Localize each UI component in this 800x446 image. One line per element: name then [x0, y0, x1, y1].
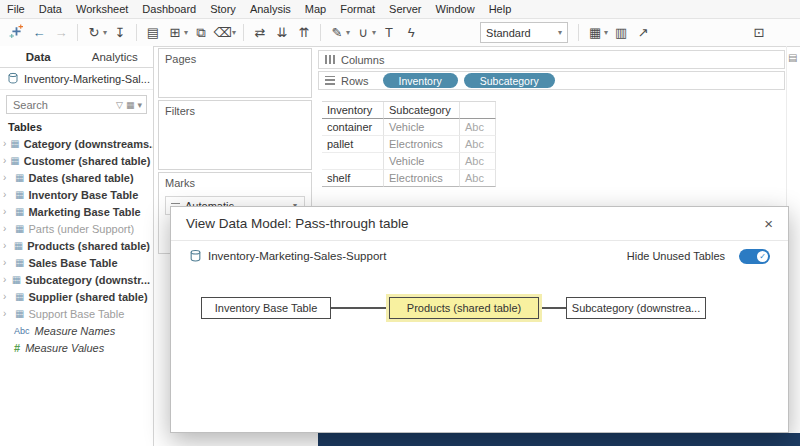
table-item-category[interactable]: ›▦Category (downstreams...	[0, 135, 153, 152]
highlight-caret-icon[interactable]: ▾	[346, 28, 350, 37]
save-icon[interactable]: ↧	[109, 25, 131, 40]
search-input[interactable]	[11, 98, 113, 112]
columns-shelf[interactable]: Columns	[318, 50, 785, 69]
table-icon: ▦	[10, 138, 19, 149]
field-measure-names[interactable]: AbcMeasure Names	[0, 322, 153, 339]
highlight-icon[interactable]: ✎	[326, 25, 348, 40]
share-icon[interactable]: ↗	[632, 25, 654, 40]
number-type-icon: #	[14, 342, 20, 354]
bottom-status-bar	[318, 433, 800, 446]
dialog-datasource-name: Inventory-Marketing-Sales-Support	[208, 250, 386, 262]
table-item-subcategory[interactable]: ›▦Subcategory (downstr...	[0, 271, 153, 288]
menu-help[interactable]: Help	[482, 3, 519, 15]
swap-axes-icon[interactable]: ⇄	[249, 25, 271, 40]
dialog-subheader: Inventory-Marketing-Sales-Support Hide U…	[171, 241, 788, 271]
pill-inventory[interactable]: Inventory	[383, 73, 458, 88]
view-caret-icon[interactable]: ▾	[137, 100, 142, 110]
field-label: Measure Names	[35, 325, 116, 337]
new-worksheet-icon[interactable]: ⊞	[164, 25, 186, 40]
table-item-customer[interactable]: ›▦Customer (shared table)	[0, 152, 153, 169]
table-item-parts[interactable]: ›▦Parts (under Support)	[0, 220, 153, 237]
table-icon: ▦	[10, 155, 19, 166]
table-item-dates[interactable]: ›▦Dates (shared table)	[0, 169, 153, 186]
menu-window[interactable]: Window	[429, 3, 482, 15]
chevron-right-icon[interactable]: ›	[3, 257, 11, 268]
table-item-inventory-base[interactable]: ›▦Inventory Base Table	[0, 186, 153, 203]
chevron-right-icon[interactable]: ›	[3, 240, 10, 251]
new-worksheet-caret-icon[interactable]: ▾	[184, 28, 188, 37]
node-inventory-base-table[interactable]: Inventory Base Table	[201, 297, 331, 319]
back-icon[interactable]: ←	[28, 25, 50, 40]
replay-caret-icon[interactable]: ▾	[103, 28, 107, 37]
table-item-marketing-base[interactable]: ›▦Marketing Base Table	[0, 203, 153, 220]
show-me-icon[interactable]: ▦	[584, 25, 606, 40]
table-item-label: Marketing Base Table	[28, 206, 140, 218]
chevron-right-icon[interactable]: ›	[3, 206, 11, 217]
menu-file[interactable]: File	[0, 3, 32, 15]
hide-unused-tables-label: Hide Unused Tables	[627, 250, 725, 262]
sort-descending-icon[interactable]: ⇈	[293, 25, 315, 40]
menu-format[interactable]: Format	[333, 3, 382, 15]
group-caret-icon[interactable]: ▾	[372, 28, 376, 37]
table-item-supplier[interactable]: ›▦Supplier (shared table)	[0, 288, 153, 305]
presentation-mode-icon[interactable]: ⊡	[748, 25, 770, 40]
group-members-icon[interactable]: ∪	[352, 25, 374, 40]
clear-sheet-icon[interactable]: ⌫	[212, 25, 234, 40]
menu-story[interactable]: Story	[203, 3, 243, 15]
tables-section-header: Tables	[0, 117, 153, 135]
replay-icon[interactable]: ↻	[83, 25, 105, 40]
table-icon: ▦	[15, 308, 24, 319]
filters-shelf-label: Filters	[159, 101, 311, 121]
relationship-line[interactable]	[539, 307, 566, 309]
chevron-right-icon[interactable]: ›	[3, 155, 6, 166]
collapsed-pane-icon[interactable]: ▤	[788, 52, 797, 63]
clear-sheet-caret-icon[interactable]: ▾	[232, 28, 236, 37]
tableau-logo-icon[interactable]	[4, 24, 28, 42]
sort-ascending-icon[interactable]: ⇊	[271, 25, 293, 40]
duplicate-icon[interactable]: ⧉	[190, 25, 212, 41]
hide-unused-tables-toggle[interactable]: ✓	[739, 249, 770, 264]
field-measure-values[interactable]: #Measure Values	[0, 339, 153, 356]
table-item-sales-base[interactable]: ›▦Sales Base Table	[0, 254, 153, 271]
menu-analysis[interactable]: Analysis	[243, 3, 298, 15]
chevron-right-icon[interactable]: ›	[3, 274, 8, 285]
forward-icon[interactable]: →	[50, 25, 72, 40]
table-item-label: Sales Base Table	[28, 257, 117, 269]
menu-dashboard[interactable]: Dashboard	[135, 3, 203, 15]
show-me-caret-icon[interactable]: ▾	[604, 28, 608, 37]
tab-data[interactable]: Data	[0, 46, 77, 67]
viz-cell: Abc	[460, 153, 496, 170]
close-icon[interactable]: ×	[764, 215, 773, 232]
relationship-line[interactable]	[331, 307, 389, 309]
chevron-right-icon[interactable]: ›	[3, 223, 11, 234]
fit-dropdown[interactable]: Standard ▾	[480, 22, 568, 43]
rows-shelf[interactable]: Rows Inventory Subcategory	[318, 71, 785, 90]
menu-data[interactable]: Data	[32, 3, 69, 15]
table-item-products[interactable]: ›▦Products (shared table)	[0, 237, 153, 254]
menu-server[interactable]: Server	[382, 3, 428, 15]
show-hide-cards-icon[interactable]: ▥	[610, 25, 632, 40]
table-item-support-base[interactable]: ›▦Support Base Table	[0, 305, 153, 322]
view-grid-icon[interactable]: ▦	[126, 100, 135, 110]
node-products-highlighted[interactable]: Products (shared table)	[389, 297, 539, 319]
viz-cell: Vehicle	[384, 153, 460, 170]
pill-subcategory[interactable]: Subcategory	[464, 73, 555, 88]
tab-analytics[interactable]: Analytics	[77, 46, 154, 67]
pages-shelf[interactable]: Pages	[158, 48, 312, 98]
chevron-right-icon[interactable]: ›	[3, 308, 11, 319]
pages-shelf-label: Pages	[159, 49, 311, 69]
chevron-right-icon[interactable]: ›	[3, 138, 6, 149]
node-subcategory[interactable]: Subcategory (downstrea...	[566, 297, 706, 319]
datasource-item[interactable]: Inventory-Marketing-Sal...	[0, 68, 153, 90]
show-mark-labels-icon[interactable]: T	[378, 25, 400, 40]
chevron-right-icon[interactable]: ›	[3, 189, 11, 200]
filter-funnel-icon[interactable]: ▽	[116, 100, 123, 110]
chevron-right-icon[interactable]: ›	[3, 291, 11, 302]
filters-shelf[interactable]: Filters	[158, 100, 312, 170]
menu-worksheet[interactable]: Worksheet	[69, 3, 135, 15]
menu-map[interactable]: Map	[298, 3, 333, 15]
new-datasource-icon[interactable]: ▤	[142, 25, 164, 40]
chevron-right-icon[interactable]: ›	[3, 172, 11, 183]
table-icon: ▦	[15, 291, 24, 302]
fix-axes-icon[interactable]: ϟ	[400, 25, 422, 40]
